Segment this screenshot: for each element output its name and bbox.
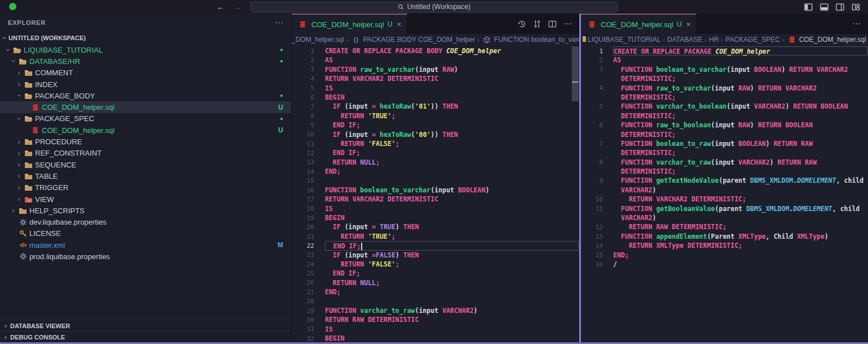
code-token (325, 112, 341, 120)
code-token: RAW (442, 66, 454, 74)
code-token (325, 140, 341, 148)
database-icon (30, 104, 41, 111)
code-editor[interactable]: 1CREATE OR REPLACE PACKAGE COE_DOM_helpe… (581, 45, 868, 342)
code-line: 16/ (581, 260, 868, 269)
breadcrumb: LIQUIBASE_TUTORIAL›DATABASE›HR›PACKAGE_S… (581, 34, 868, 45)
code-line: 15END; (581, 251, 868, 260)
code-token: COE_DOM_helper (715, 48, 770, 55)
tree-item-trigger[interactable]: ›TRIGGER (0, 182, 291, 194)
breadcrumb-item[interactable]: _DOM_helper.sql (292, 36, 344, 44)
section-database-viewer[interactable]: › DATABASE VIEWER (0, 320, 291, 331)
code-token: BEGIN (325, 214, 345, 222)
back-icon[interactable]: ← (216, 2, 224, 11)
layout-customize-icon[interactable] (852, 3, 860, 11)
line-number: 21 (292, 233, 325, 240)
panel-bottom-icon[interactable] (820, 3, 828, 11)
line-number: 28 (292, 298, 325, 305)
section-debug-console[interactable]: › DEBUG CONSOLE (0, 331, 291, 342)
code-token: DETERMINISTIC; (621, 149, 676, 157)
line-number: 3 (292, 66, 325, 73)
code-token: RETURN (341, 140, 368, 148)
more-actions-icon[interactable]: ⋯ (563, 19, 572, 29)
line-number: 25 (292, 270, 325, 277)
code-token: END; (613, 251, 629, 259)
forward-icon[interactable]: → (233, 2, 241, 11)
tree-item-dev-liquibase-properties[interactable]: dev.liquibase.properties (0, 216, 291, 227)
command-center[interactable]: Untitled (Workspace) (250, 2, 618, 12)
key-icon (18, 230, 28, 238)
tree-item-view[interactable]: ›VIEW (0, 194, 291, 205)
breadcrumb-item[interactable]: FUNCTION boolean_to_varc (481, 36, 579, 44)
line-number: 13 (581, 233, 613, 240)
tree-item-comment[interactable]: ›COMMENT (0, 67, 291, 79)
close-icon[interactable]: × (686, 20, 691, 29)
tree-item-coe-dom-helper-sql[interactable]: COE_DOM_helper.sqlU (0, 101, 291, 113)
tree-item-database-hr[interactable]: ›DATABASE/HR● (0, 55, 291, 67)
code-token (325, 260, 341, 268)
code-token: FUNCTION (325, 66, 360, 74)
more-actions-icon[interactable]: ⋯ (852, 19, 861, 29)
tree-item-liquibase-tutorial[interactable]: ›LIQUIBASE_TUTORIAL● (0, 44, 291, 55)
line-number: 11 (581, 205, 613, 212)
split-editor-icon[interactable] (548, 20, 557, 28)
breadcrumb-item[interactable]: DATABASE (667, 36, 702, 44)
explorer-more-actions-icon[interactable]: ⋯ (275, 18, 283, 28)
tree-item-license[interactable]: LICENSE (0, 228, 291, 239)
tree-item-help-scripts[interactable]: ›HELP_SCRIPTS (0, 205, 291, 216)
window-control-green[interactable] (9, 3, 16, 10)
code-token (613, 205, 621, 213)
tree-item-package-body[interactable]: ›PACKAGE_BODY● (0, 90, 291, 101)
breadcrumb-item[interactable]: HR (709, 36, 719, 44)
tree-item-sequence[interactable]: ›SEQUENCE (0, 159, 291, 170)
tab-coe-dom-helper-sql[interactable]: COE_DOM_helper.sqlU× (581, 14, 697, 34)
tree-item-ref-constraint[interactable]: ›REF_CONSTRAINT (0, 148, 291, 159)
breadcrumb-item[interactable]: COE_DOM_helper.sql (787, 36, 866, 44)
tree-item-package-spec[interactable]: ›PACKAGE_SPEC● (0, 113, 291, 124)
code-editor[interactable]: 1CREATE OR REPLACE PACKAGE BODY COE_DOM_… (292, 45, 579, 342)
breadcrumb-item[interactable]: {}PACKAGE BODY COE_DOM_helper (350, 36, 475, 44)
code-token: = (372, 223, 380, 231)
code-token (613, 102, 621, 110)
line-number: 30 (292, 316, 325, 324)
code-line: 2AS (581, 55, 868, 64)
breadcrumb-item[interactable]: LIQUIBASE_TUTORIAL (581, 35, 661, 44)
panel-left-icon[interactable] (804, 3, 813, 11)
explorer-sidebar: EXPLORER ⋯ › UNTITLED (WORKSPACE) ›LIQUI… (0, 14, 292, 342)
line-number: 16 (292, 187, 325, 194)
tree-item-table[interactable]: ›TABLE (0, 170, 291, 182)
timeline-icon[interactable] (518, 20, 526, 28)
breadcrumb-label: PACKAGE BODY COE_DOM_helper (363, 36, 475, 44)
code-token (613, 223, 629, 231)
code-token: THEN (403, 223, 419, 231)
chevron-right-icon: › (15, 195, 23, 203)
tree-item-label: dev.liquibase.properties (29, 218, 106, 226)
line-number: 12 (292, 149, 325, 157)
code-line: DETERMINISTIC; (581, 74, 868, 83)
code-token: boolean_to_raw (656, 140, 711, 148)
code-token: END; (325, 167, 341, 175)
tree-item-label: VIEW (35, 195, 54, 204)
workspace-section-header[interactable]: › UNTITLED (WORKSPACE) (0, 32, 291, 44)
code-line: 17RETURN VARCHAR2 DETERMINISTIC (292, 195, 579, 204)
close-icon[interactable]: × (397, 20, 401, 29)
tree-item-master-xml[interactable]: </>master.xmlM (0, 239, 291, 251)
code-token: boolean_to_varchar (360, 186, 431, 194)
breadcrumb-item[interactable]: PACKAGE_SPEC (726, 36, 780, 44)
line-number: 32 (292, 335, 325, 342)
compare-changes-icon[interactable] (533, 20, 541, 28)
code-line: DETERMINISTIC; (581, 111, 868, 121)
tab-coe-dom-helper-sql[interactable]: COE_DOM_helper.sqlU× (292, 14, 407, 34)
gear-icon (18, 218, 28, 226)
line-number: 23 (292, 251, 325, 259)
folder-icon (23, 69, 34, 76)
panel-right-icon[interactable] (836, 3, 844, 11)
code-token: (input (345, 251, 372, 259)
code-token: DOMELEMENT (797, 177, 836, 184)
scrollbar-thumb[interactable] (572, 46, 579, 101)
code-token: IS (325, 325, 333, 333)
tree-item-label: DATABASE/HR (29, 57, 80, 66)
tree-item-procedure[interactable]: ›PROCEDURE (0, 136, 291, 147)
tree-item-coe-dom-helper-sql[interactable]: COE_DOM_helper.sqlU (0, 124, 291, 136)
tree-item-prod-liquibase-properties[interactable]: prod.liquibase.properties (0, 251, 291, 262)
tree-item-index[interactable]: ›INDEX (0, 79, 291, 90)
